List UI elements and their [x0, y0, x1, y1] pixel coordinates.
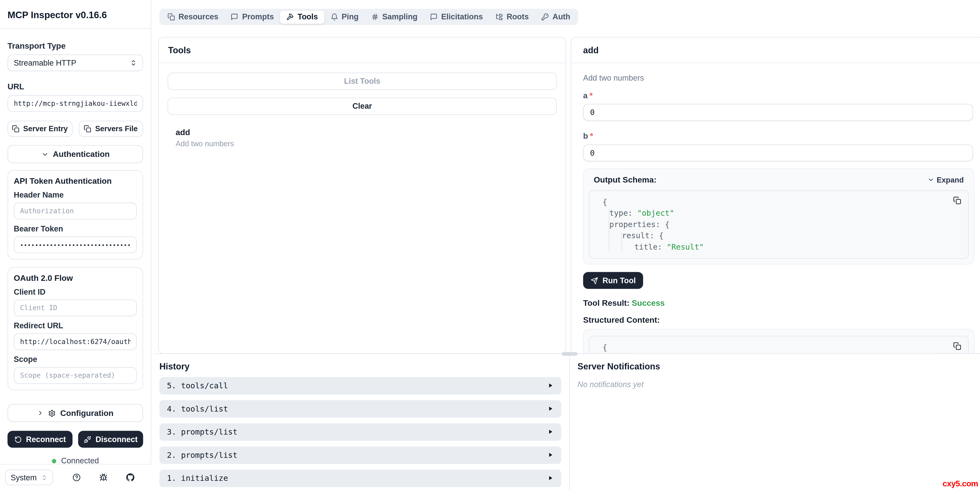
folder-tree-icon [495, 13, 503, 21]
redirect-url-label: Redirect URL [14, 321, 137, 330]
api-token-card: API Token Authentication Header Name Bea… [8, 170, 143, 260]
github-button[interactable] [126, 473, 135, 482]
indent-guide [609, 209, 609, 252]
list-tools-button[interactable]: List Tools [167, 73, 557, 90]
bell-icon [330, 13, 338, 21]
oauth-card: OAuth 2.0 Flow Client ID Redirect URL Sc… [8, 267, 143, 390]
message-square-icon [430, 13, 438, 21]
server-entry-button[interactable]: Server Entry [8, 121, 72, 137]
history-panel: History 5. tools/call 4. tools/list 3. p… [159, 354, 562, 490]
tool-result-row: Tool Result: Success [583, 298, 972, 308]
param-b-input[interactable] [583, 145, 973, 161]
rotate-ccw-icon [14, 436, 22, 443]
chevron-right-icon [37, 410, 44, 417]
disconnect-label: Disconnect [95, 435, 138, 444]
tools-panel: Tools List Tools Clear add Add two numbe… [158, 37, 566, 354]
send-icon [591, 277, 598, 284]
history-row[interactable]: 4. tools/list [159, 400, 562, 418]
configuration-toggle[interactable]: Configuration [8, 404, 143, 422]
history-row[interactable]: 2. prompts/list [159, 446, 562, 464]
history-title: History [159, 361, 562, 371]
oauth-title: OAuth 2.0 Flow [14, 273, 137, 283]
tab-tools[interactable]: Tools [280, 10, 324, 24]
app-title: MCP Inspector v0.16.6 [0, 0, 151, 29]
theme-select[interactable]: System [5, 470, 53, 485]
expand-toggle[interactable]: Expand [927, 176, 964, 184]
history-row[interactable]: 1. initialize [159, 469, 562, 487]
output-schema-section: Output Schema: Expand { type: "object" p… [583, 168, 974, 265]
transport-type-value: Streamable HTTP [14, 59, 76, 67]
header-name-input[interactable] [14, 203, 137, 220]
scope-input[interactable] [14, 367, 137, 384]
required-asterisk: * [590, 131, 593, 140]
tab-elicitations[interactable]: Elicitations [424, 10, 489, 24]
url-label: URL [8, 82, 143, 91]
watermark: cxy5.com [942, 479, 978, 488]
history-row[interactable]: 3. prompts/list [159, 423, 562, 441]
copy-icon [953, 342, 961, 350]
play-icon [547, 452, 554, 458]
bug-icon [99, 473, 108, 482]
status-dot-icon [52, 459, 56, 463]
disconnect-button[interactable]: Disconnect [78, 431, 143, 448]
bug-report-button[interactable] [99, 473, 108, 482]
structured-content-label: Structured Content: [583, 315, 972, 325]
required-asterisk: * [589, 91, 593, 100]
authentication-label: Authentication [53, 149, 110, 159]
files-icon [167, 13, 175, 21]
copy-icon [84, 125, 91, 132]
redirect-url-input[interactable] [14, 334, 137, 350]
server-entry-label: Server Entry [23, 124, 68, 133]
servers-file-button[interactable]: Servers File [78, 121, 143, 137]
authentication-toggle[interactable]: Authentication [8, 145, 143, 163]
history-row[interactable]: 5. tools/call [159, 377, 562, 394]
play-icon [547, 475, 554, 482]
configuration-label: Configuration [60, 409, 113, 418]
tool-result-label: Tool Result: [583, 298, 629, 308]
api-token-title: API Token Authentication [14, 176, 137, 186]
servers-file-label: Servers File [95, 124, 138, 133]
help-button[interactable] [73, 473, 81, 482]
transport-type-label: Transport Type [8, 41, 143, 51]
gear-icon [48, 409, 56, 417]
structured-content-code: { result: 0 [589, 336, 969, 354]
sidebar-footer: System [0, 464, 151, 490]
play-icon [547, 405, 554, 412]
param-b-label: b* [583, 131, 972, 140]
server-notifications-title: Server Notifications [578, 361, 980, 371]
clear-button[interactable]: Clear [167, 97, 557, 115]
sidebar: MCP Inspector v0.16.6 Transport Type Str… [0, 0, 151, 490]
tool-list-item-add[interactable]: add Add two numbers [167, 128, 557, 148]
reconnect-label: Reconnect [26, 435, 66, 444]
tab-prompts[interactable]: Prompts [224, 10, 280, 24]
reconnect-button[interactable]: Reconnect [8, 431, 73, 448]
copy-structured-button[interactable] [953, 342, 961, 350]
scope-label: Scope [14, 355, 137, 364]
param-a-input[interactable] [583, 104, 973, 121]
tools-panel-title: Tools [159, 38, 565, 63]
tab-roots[interactable]: Roots [489, 10, 535, 24]
github-icon [126, 473, 135, 482]
header-name-label: Header Name [14, 191, 137, 200]
tab-ping[interactable]: Ping [324, 10, 365, 24]
key-icon [541, 13, 549, 21]
main-tabbar: Resources Prompts Tools Ping Sampling El… [159, 9, 578, 25]
transport-type-select[interactable]: Streamable HTTP [8, 54, 143, 72]
chevrons-up-down-icon [130, 59, 137, 66]
run-tool-button[interactable]: Run Tool [583, 272, 643, 289]
client-id-input[interactable] [14, 300, 137, 316]
bearer-token-input[interactable] [14, 236, 137, 253]
chevron-down-icon [41, 150, 48, 158]
tab-resources[interactable]: Resources [161, 10, 224, 24]
tool-detail-title: add [571, 38, 980, 63]
server-notifications-panel: Server Notifications No notifications ye… [570, 354, 980, 490]
output-schema-code: { type: "object" properties: { result: {… [589, 190, 969, 259]
url-input[interactable] [8, 95, 143, 112]
play-icon [547, 428, 554, 435]
tab-sampling[interactable]: Sampling [365, 10, 423, 24]
message-square-icon [231, 13, 239, 21]
tab-auth[interactable]: Auth [535, 10, 577, 24]
bearer-token-label: Bearer Token [14, 224, 137, 233]
copy-schema-button[interactable] [953, 196, 961, 204]
tool-detail-panel: add Add two numbers a* b* Output Schema:… [571, 37, 980, 354]
